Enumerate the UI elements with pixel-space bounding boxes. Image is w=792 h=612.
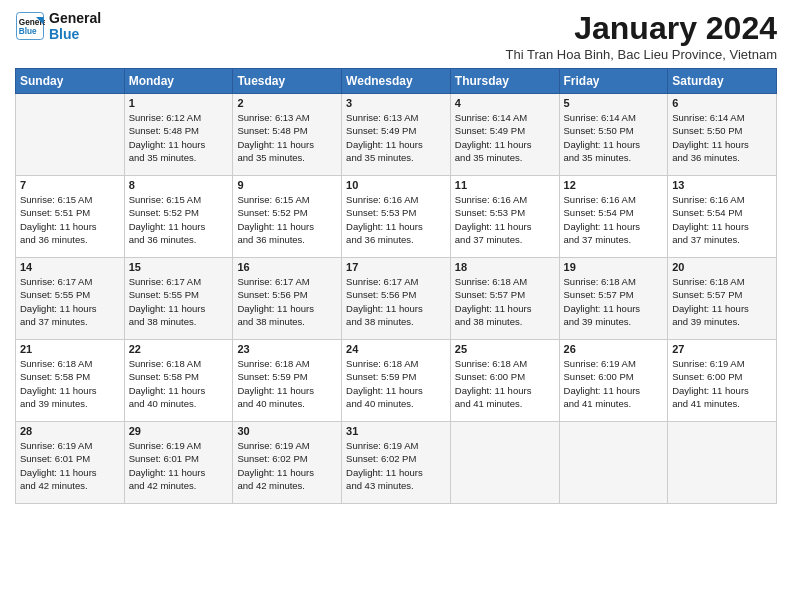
day-number: 24 [346, 343, 446, 355]
calendar-cell: 17Sunrise: 6:17 AM Sunset: 5:56 PM Dayli… [342, 258, 451, 340]
day-number: 30 [237, 425, 337, 437]
day-number: 18 [455, 261, 555, 273]
day-info: Sunrise: 6:17 AM Sunset: 5:56 PM Dayligh… [346, 275, 446, 328]
day-number: 6 [672, 97, 772, 109]
calendar-cell: 21Sunrise: 6:18 AM Sunset: 5:58 PM Dayli… [16, 340, 125, 422]
day-info: Sunrise: 6:13 AM Sunset: 5:49 PM Dayligh… [346, 111, 446, 164]
calendar-cell: 7Sunrise: 6:15 AM Sunset: 5:51 PM Daylig… [16, 176, 125, 258]
calendar-table: SundayMondayTuesdayWednesdayThursdayFrid… [15, 68, 777, 504]
day-info: Sunrise: 6:17 AM Sunset: 5:55 PM Dayligh… [129, 275, 229, 328]
col-header-friday: Friday [559, 69, 668, 94]
calendar-cell [450, 422, 559, 504]
header-row: SundayMondayTuesdayWednesdayThursdayFrid… [16, 69, 777, 94]
logo-general: General [49, 10, 101, 26]
day-number: 25 [455, 343, 555, 355]
day-number: 8 [129, 179, 229, 191]
day-number: 2 [237, 97, 337, 109]
day-info: Sunrise: 6:18 AM Sunset: 5:57 PM Dayligh… [564, 275, 664, 328]
calendar-cell: 2Sunrise: 6:13 AM Sunset: 5:48 PM Daylig… [233, 94, 342, 176]
subtitle: Thi Tran Hoa Binh, Bac Lieu Province, Vi… [506, 47, 777, 62]
calendar-cell [559, 422, 668, 504]
day-info: Sunrise: 6:17 AM Sunset: 5:56 PM Dayligh… [237, 275, 337, 328]
calendar-cell: 6Sunrise: 6:14 AM Sunset: 5:50 PM Daylig… [668, 94, 777, 176]
day-number: 23 [237, 343, 337, 355]
logo-icon: General Blue [15, 11, 45, 41]
day-info: Sunrise: 6:15 AM Sunset: 5:51 PM Dayligh… [20, 193, 120, 246]
title-section: January 2024 Thi Tran Hoa Binh, Bac Lieu… [506, 10, 777, 62]
day-info: Sunrise: 6:16 AM Sunset: 5:53 PM Dayligh… [346, 193, 446, 246]
day-info: Sunrise: 6:18 AM Sunset: 5:57 PM Dayligh… [455, 275, 555, 328]
week-row-3: 14Sunrise: 6:17 AM Sunset: 5:55 PM Dayli… [16, 258, 777, 340]
logo-blue: Blue [49, 26, 101, 42]
week-row-2: 7Sunrise: 6:15 AM Sunset: 5:51 PM Daylig… [16, 176, 777, 258]
week-row-1: 1Sunrise: 6:12 AM Sunset: 5:48 PM Daylig… [16, 94, 777, 176]
calendar-cell: 28Sunrise: 6:19 AM Sunset: 6:01 PM Dayli… [16, 422, 125, 504]
day-info: Sunrise: 6:19 AM Sunset: 6:00 PM Dayligh… [672, 357, 772, 410]
calendar-cell: 22Sunrise: 6:18 AM Sunset: 5:58 PM Dayli… [124, 340, 233, 422]
calendar-cell: 23Sunrise: 6:18 AM Sunset: 5:59 PM Dayli… [233, 340, 342, 422]
week-row-5: 28Sunrise: 6:19 AM Sunset: 6:01 PM Dayli… [16, 422, 777, 504]
day-info: Sunrise: 6:18 AM Sunset: 5:58 PM Dayligh… [129, 357, 229, 410]
day-info: Sunrise: 6:18 AM Sunset: 5:58 PM Dayligh… [20, 357, 120, 410]
col-header-wednesday: Wednesday [342, 69, 451, 94]
calendar-cell: 9Sunrise: 6:15 AM Sunset: 5:52 PM Daylig… [233, 176, 342, 258]
calendar-cell: 12Sunrise: 6:16 AM Sunset: 5:54 PM Dayli… [559, 176, 668, 258]
day-info: Sunrise: 6:16 AM Sunset: 5:53 PM Dayligh… [455, 193, 555, 246]
day-info: Sunrise: 6:14 AM Sunset: 5:49 PM Dayligh… [455, 111, 555, 164]
col-header-monday: Monday [124, 69, 233, 94]
calendar-cell: 11Sunrise: 6:16 AM Sunset: 5:53 PM Dayli… [450, 176, 559, 258]
day-info: Sunrise: 6:16 AM Sunset: 5:54 PM Dayligh… [672, 193, 772, 246]
day-number: 1 [129, 97, 229, 109]
calendar-cell: 15Sunrise: 6:17 AM Sunset: 5:55 PM Dayli… [124, 258, 233, 340]
day-info: Sunrise: 6:19 AM Sunset: 6:01 PM Dayligh… [129, 439, 229, 492]
calendar-cell: 20Sunrise: 6:18 AM Sunset: 5:57 PM Dayli… [668, 258, 777, 340]
day-number: 17 [346, 261, 446, 273]
calendar-cell: 25Sunrise: 6:18 AM Sunset: 6:00 PM Dayli… [450, 340, 559, 422]
day-number: 26 [564, 343, 664, 355]
day-number: 15 [129, 261, 229, 273]
day-info: Sunrise: 6:18 AM Sunset: 5:59 PM Dayligh… [346, 357, 446, 410]
day-number: 5 [564, 97, 664, 109]
day-info: Sunrise: 6:19 AM Sunset: 6:00 PM Dayligh… [564, 357, 664, 410]
calendar-cell [668, 422, 777, 504]
day-number: 14 [20, 261, 120, 273]
calendar-cell: 13Sunrise: 6:16 AM Sunset: 5:54 PM Dayli… [668, 176, 777, 258]
calendar-cell: 1Sunrise: 6:12 AM Sunset: 5:48 PM Daylig… [124, 94, 233, 176]
calendar-cell: 10Sunrise: 6:16 AM Sunset: 5:53 PM Dayli… [342, 176, 451, 258]
calendar-cell: 14Sunrise: 6:17 AM Sunset: 5:55 PM Dayli… [16, 258, 125, 340]
day-number: 13 [672, 179, 772, 191]
day-info: Sunrise: 6:18 AM Sunset: 6:00 PM Dayligh… [455, 357, 555, 410]
calendar-cell: 8Sunrise: 6:15 AM Sunset: 5:52 PM Daylig… [124, 176, 233, 258]
week-row-4: 21Sunrise: 6:18 AM Sunset: 5:58 PM Dayli… [16, 340, 777, 422]
day-number: 3 [346, 97, 446, 109]
day-info: Sunrise: 6:19 AM Sunset: 6:02 PM Dayligh… [346, 439, 446, 492]
calendar-cell: 19Sunrise: 6:18 AM Sunset: 5:57 PM Dayli… [559, 258, 668, 340]
svg-text:Blue: Blue [19, 27, 37, 36]
day-number: 27 [672, 343, 772, 355]
col-header-thursday: Thursday [450, 69, 559, 94]
day-info: Sunrise: 6:18 AM Sunset: 5:57 PM Dayligh… [672, 275, 772, 328]
day-number: 21 [20, 343, 120, 355]
day-number: 11 [455, 179, 555, 191]
calendar-cell: 26Sunrise: 6:19 AM Sunset: 6:00 PM Dayli… [559, 340, 668, 422]
calendar-cell: 16Sunrise: 6:17 AM Sunset: 5:56 PM Dayli… [233, 258, 342, 340]
header: General Blue General Blue January 2024 T… [15, 10, 777, 62]
day-number: 10 [346, 179, 446, 191]
calendar-cell: 29Sunrise: 6:19 AM Sunset: 6:01 PM Dayli… [124, 422, 233, 504]
day-number: 4 [455, 97, 555, 109]
day-info: Sunrise: 6:18 AM Sunset: 5:59 PM Dayligh… [237, 357, 337, 410]
calendar-cell: 24Sunrise: 6:18 AM Sunset: 5:59 PM Dayli… [342, 340, 451, 422]
day-number: 19 [564, 261, 664, 273]
day-number: 20 [672, 261, 772, 273]
page: General Blue General Blue January 2024 T… [0, 0, 792, 612]
day-info: Sunrise: 6:19 AM Sunset: 6:01 PM Dayligh… [20, 439, 120, 492]
day-info: Sunrise: 6:14 AM Sunset: 5:50 PM Dayligh… [564, 111, 664, 164]
logo: General Blue General Blue [15, 10, 101, 42]
col-header-tuesday: Tuesday [233, 69, 342, 94]
day-info: Sunrise: 6:12 AM Sunset: 5:48 PM Dayligh… [129, 111, 229, 164]
day-number: 29 [129, 425, 229, 437]
main-title: January 2024 [506, 10, 777, 47]
col-header-sunday: Sunday [16, 69, 125, 94]
calendar-cell: 18Sunrise: 6:18 AM Sunset: 5:57 PM Dayli… [450, 258, 559, 340]
day-info: Sunrise: 6:16 AM Sunset: 5:54 PM Dayligh… [564, 193, 664, 246]
